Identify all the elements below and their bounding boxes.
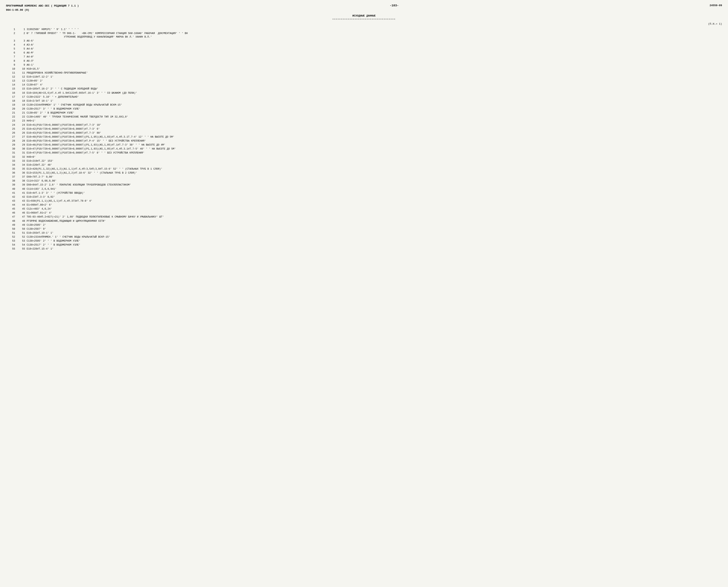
row-num2: 23 [16,119,26,123]
row-content: Е16=42(Р10/726=0,00007)(Р10728=0,00007)#… [26,127,722,131]
table-row: 1616Е16=184(А6+15,6)#Т.4.#П 1.9#С122#П.6… [6,91,722,95]
row-content: Е16=46(Р10/726=0,00007)(Р10728=0,00007)(… [26,143,722,147]
table-row: 4040С114=193' 2,6,0,941' [6,187,722,191]
row-num2: 22 [16,115,26,119]
row-num2: 11 [16,71,26,75]
table-row: 4848РГОРЯЧЕ ВОДОСНАБЖЕНИЕ,ПОДАЮЩАЯ И ЦИР… [6,219,722,223]
row-num2: 16 [16,91,26,95]
row-num2: 42 [16,195,26,199]
row-content: Е13=420(Р1.1,32)(А5,1,2)(А1.1,1)#Т.4,#П:… [26,167,722,171]
row-num1: 12 [6,75,16,79]
table-row: 2727Е16=40(Р10/726=0,00007)(Р10728=0,000… [6,135,722,139]
row-content: С130=2322' 5.10' ' + ДОПОЛНИТЕЛЬНО' [26,95,722,99]
row-num2: 21 [16,111,26,115]
row-content: С114=193' 2,6,0,941' [26,187,722,191]
row-num2: 34 [16,163,26,167]
header-left-line1: ПРОГРАММНЫЙ КОМПЛЕКС АВС-3ЕС ( РЕДАКЦИЯ … [6,4,79,8]
row-num2: 12 [16,75,26,79]
table-row: 1313С130=85' 2' [6,79,722,83]
row-num2: 48 [16,219,26,223]
row-num1: 36 [6,171,16,175]
row-num1: 14 [6,83,16,87]
row-num2: 14 [16,83,26,87]
row-num1: 9 [6,63,16,67]
row-num2: 53 [16,239,26,243]
row-num1: 31 [6,151,16,155]
table-row: 1131992508' Н8М1Р1' ' 9' 1.1' ' ' ' ' [6,27,722,31]
row-num2: 29 [16,143,26,147]
row-content: Е16=2/3#Т 18-1' 1' [26,99,722,103]
row-num2: 54 [16,243,26,247]
row-content: С130=2507' 9' [26,227,722,231]
row-content: РВОДОПРОВУА ХОЗЯЙСТВЕННО-ПРОТИВОПОЖАРНЫЕ… [26,71,722,75]
table-row: 44А3-А' [6,43,722,47]
row-num1: 27 [6,135,16,139]
row-num1: 26 [6,131,16,135]
table-row: 2222С130=1485' 40' ' ТРУБКИ ТЕХНИЧЕСКИЕ … [6,115,722,119]
row-num2: 49 [16,223,26,227]
row-content: Е16=118#Т.12-2' 1' [26,75,722,79]
table-row: 1111РВОДОПРОВУА ХОЗЯЙСТВЕННО-ПРОТИВОПОЖА… [6,71,722,75]
row-num2: 26 [16,131,26,135]
table-row: 77А4-И' [6,55,722,59]
row-content: С130=2334#ПРИМЕН.' 1' ' СЧЕТЧИК ВОДЫ КРЫ… [26,235,722,239]
row-num1: 48 [6,219,16,223]
row-content: А6-6' [26,39,722,43]
row-num2: 30 [16,147,26,151]
table-row: 2323Н#0=1' [6,119,722,123]
table-row: 5353С130=2505' 2' ' ' В ВОДОМЕРНОМ УЗЛЕ' [6,239,722,243]
row-num1: 17 [6,95,16,99]
row-num2: 43 [16,199,26,203]
row-num2: 9 [16,63,26,67]
row-num1: 25 [6,127,16,131]
row-num2: 6 [16,51,26,55]
row-num1: 11 [6,71,16,75]
row-content: Е18=228#Т.15-4' 1' [26,247,722,251]
row-num1: 40 [6,187,16,191]
table-row: 1212Е16=118#Т.12-2' 1' [6,75,722,79]
table-row: 3838С114=313' 0,08,0,98' [6,179,722,183]
row-num2: 25 [16,127,26,131]
header-right: 24559-09 [710,4,722,7]
row-num1: 47 [6,215,16,219]
table-row: 3131Е16=47(Р10/726=0,00007)(Р10728=0,000… [6,151,722,155]
row-content: Е16=41(Р10/726=0,00007)(Р10728=0,00007)#… [26,123,722,127]
row-num1: 13 [6,79,16,83]
table-row: 3939Е60=84#Т.15-2' 2,6' ' ПОКРЫТИЕ ИЗОЛЯ… [6,183,722,187]
row-content: С130=85' 2' [26,79,722,83]
table-row: 1515Е16=185#Т.16-2' 2' ' ' С ПОДВОДОМ ХО… [6,87,722,91]
row-content: Е60=78Т.2-7' 0,08' [26,175,722,179]
row-num2: 55 [16,247,26,251]
row-num2: 31 [16,151,26,155]
row-num2: 37 [16,175,26,179]
row-num1: 39 [6,183,16,187]
row-content: Е16=220#Т.22' 48' [26,163,722,167]
row-num2: 5 [16,47,26,51]
row-num2: 39 [16,183,26,187]
table-row: 5151Е16=293#Т.19-1' 1' [6,231,722,235]
row-content: Е1=999#Т.80=2' 6' [26,203,722,207]
row-num2: 45 [16,207,26,211]
row-num1: 54 [6,243,16,247]
table-row: 1717С130=2322' 5.10' ' + ДОПОЛНИТЕЛЬНО' [6,95,722,99]
table-row: 2828Е16=40(Р10/726=0,00007)(Р10728=0,000… [6,139,722,143]
row-num1: 15 [6,87,16,91]
row-num1: 53 [6,239,16,243]
row-num1: 18 [6,99,16,103]
row-content: Е16=23#Т.3-3' 0,02' [26,195,722,199]
pnm-line: (П.Н.= 1) [6,22,722,25]
page-header: ПРОГРАММНЫЙ КОМПЛЕКС АВС-3ЕС ( РЕДАКЦИЯ … [6,4,722,12]
row-num2: 51 [16,231,26,235]
section-title: ИСХОДНЫЕ ДАННЫЕ [6,14,722,17]
row-num1: 2 [6,31,16,39]
table-row: 4545С12с=403' 4,0,24' [6,207,722,211]
row-num2: 1 [16,27,26,31]
row-num2: 44 [16,203,26,207]
row-content: Ю' 7 !ТИПОВОЙ ПРОЕКТ' ' ТП 906-1- =ВК-СМ… [26,31,722,39]
row-num2: 24 [16,123,26,127]
row-content: А4-А' [26,47,722,51]
row-content: С130=2505' 2' [26,223,722,227]
row-content: Е16=219#Т.22' 153' [26,159,722,163]
table-row: 4141Е16=4#Т.1-3' 3' ' ' (УСТРОЙСТВО ВВОД… [6,191,722,195]
row-num1: 8 [6,59,16,63]
